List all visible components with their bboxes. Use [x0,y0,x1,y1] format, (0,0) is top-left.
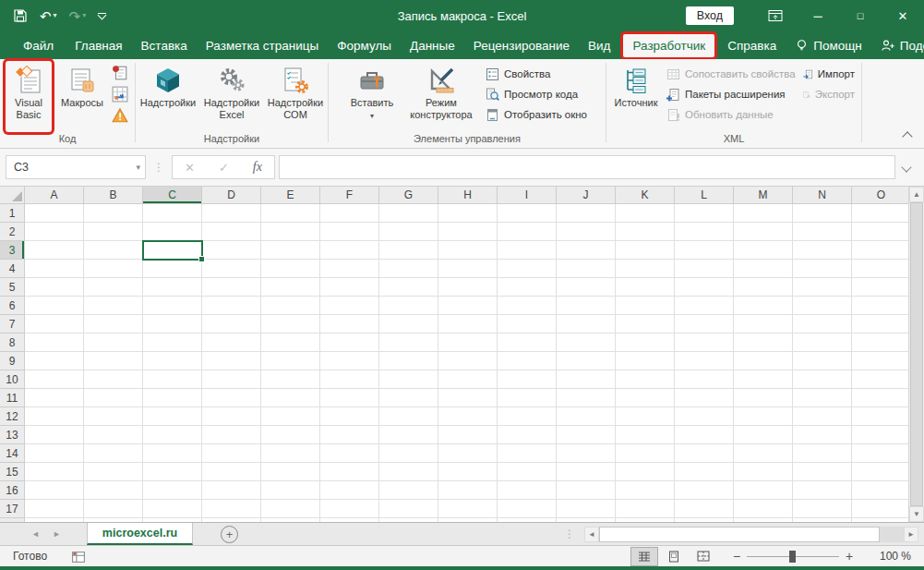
cell-C8[interactable] [143,334,202,352]
cell-E17[interactable] [261,500,320,518]
cell-O10[interactable] [852,370,908,389]
cell-E12[interactable] [261,407,320,426]
cell-E15[interactable] [261,463,320,481]
cell-L12[interactable] [675,407,734,426]
sheet-tab-active[interactable]: microexcel.ru [87,523,193,545]
cell-G14[interactable] [379,444,438,463]
cell-K16[interactable] [616,481,675,500]
cell-G2[interactable] [379,223,438,241]
horizontal-scroll-track[interactable] [599,527,904,542]
cell-B2[interactable] [84,223,143,241]
cell-E14[interactable] [261,444,320,463]
expansion-packs-button[interactable]: Пакеты расширения [663,84,799,104]
cell-H16[interactable] [438,481,498,500]
cell-G6[interactable] [379,297,438,315]
column-header-K[interactable]: K [616,187,675,204]
cancel-entry-button[interactable]: ✕ [185,161,195,175]
cell-H9[interactable] [438,352,498,370]
page-layout-view-button[interactable] [660,547,688,566]
cell-K2[interactable] [616,223,675,241]
cell-G3[interactable] [379,241,438,260]
cell-K10[interactable] [616,370,675,389]
cell-E2[interactable] [261,223,320,241]
cell-B7[interactable] [84,315,143,334]
cell-K7[interactable] [616,315,675,334]
cell-I17[interactable] [498,500,557,518]
cell-M3[interactable] [734,241,793,260]
cell-O16[interactable] [852,481,908,500]
row-header-2[interactable]: 2 [0,223,25,241]
view-code-button[interactable]: Просмотр кода [482,84,591,104]
cell-B12[interactable] [84,407,143,426]
zoom-slider-track[interactable] [747,556,839,557]
cell-F10[interactable] [320,370,379,389]
insert-controls-button[interactable]: Вставить ▾ [343,61,401,132]
design-mode-button[interactable]: Режим конструктора [401,61,482,132]
visual-basic-button[interactable]: Visual Basic [6,61,52,132]
column-header-L[interactable]: L [675,187,734,204]
scroll-up-icon[interactable]: ▲ [909,187,924,202]
cell-A11[interactable] [25,389,84,407]
maximize-button[interactable]: □ [839,0,882,31]
cell-H8[interactable] [438,334,498,352]
cell-M4[interactable] [734,260,793,278]
cell-K8[interactable] [616,334,675,352]
scroll-right-icon[interactable]: ► [904,527,918,542]
cell-J2[interactable] [557,223,616,241]
cell-K4[interactable] [616,260,675,278]
cell-D7[interactable] [202,315,261,334]
select-all-button[interactable] [0,187,25,204]
row-header-17[interactable]: 17 [0,500,25,518]
cell-B8[interactable] [84,334,143,352]
row-header-10[interactable]: 10 [0,370,25,389]
tab-help[interactable]: Справка [718,34,786,57]
cell-L11[interactable] [675,389,734,407]
cell-J5[interactable] [557,278,616,297]
cell-D12[interactable] [202,407,261,426]
cell-A4[interactable] [25,260,84,278]
cell-B4[interactable] [84,260,143,278]
properties-button[interactable]: Свойства [482,64,591,84]
cell-H11[interactable] [438,389,498,407]
cell-N13[interactable] [793,426,852,444]
cell-C15[interactable] [143,463,202,481]
column-header-F[interactable]: F [320,187,379,204]
cell-N14[interactable] [793,444,852,463]
cell-M14[interactable] [734,444,793,463]
cell-K11[interactable] [616,389,675,407]
cell-M7[interactable] [734,315,793,334]
cell-B15[interactable] [84,463,143,481]
column-header-G[interactable]: G [379,187,438,204]
tab-data[interactable]: Данные [401,34,464,57]
column-header-J[interactable]: J [557,187,616,204]
cell-N10[interactable] [793,370,852,389]
cell-H13[interactable] [438,426,498,444]
cell-H12[interactable] [438,407,498,426]
save-button[interactable] [13,8,28,23]
cell-A5[interactable] [25,278,84,297]
cell-G17[interactable] [379,500,438,518]
record-macro-button[interactable] [111,64,129,82]
cell-M12[interactable] [734,407,793,426]
excel-addins-button[interactable]: Надстройки Excel [199,61,264,132]
cell-C7[interactable] [143,315,202,334]
cell-J14[interactable] [557,444,616,463]
cell-D16[interactable] [202,481,261,500]
relative-references-button[interactable] [111,85,129,103]
cell-D17[interactable] [202,500,261,518]
normal-view-button[interactable] [630,547,658,566]
cell-C10[interactable] [143,370,202,389]
formula-input[interactable] [279,155,895,179]
expand-formula-bar-icon[interactable] [901,162,911,172]
cell-I2[interactable] [498,223,557,241]
cell-A8[interactable] [25,334,84,352]
macros-button[interactable]: Макросы [59,61,105,132]
cell-K15[interactable] [616,463,675,481]
scroll-left-icon[interactable]: ◄ [584,527,599,542]
cell-N16[interactable] [793,481,852,500]
tab-developer[interactable]: Разработчик [623,34,714,57]
com-addins-button[interactable]: Надстройки COM [264,61,327,132]
cell-E5[interactable] [261,278,320,297]
tab-view[interactable]: Вид [579,34,619,57]
cell-O9[interactable] [852,352,908,370]
